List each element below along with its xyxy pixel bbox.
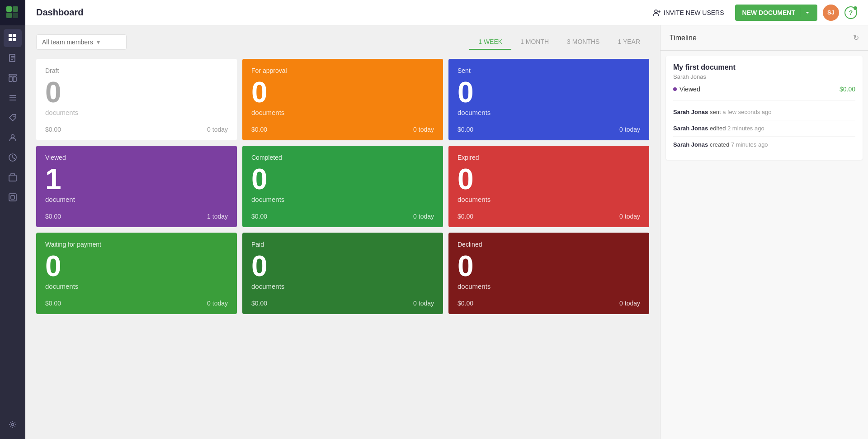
- timeline-status-row: Viewed $0.00: [673, 86, 855, 93]
- svg-rect-14: [13, 77, 16, 81]
- card-expired-unit: documents: [458, 196, 640, 203]
- avatar[interactable]: SJ: [823, 5, 839, 21]
- svg-rect-5: [13, 34, 16, 37]
- sidebar-item-documents[interactable]: [4, 49, 22, 67]
- card-paid-label: Paid: [251, 241, 434, 248]
- card-for-approval-today: 0 today: [413, 126, 434, 133]
- card-declined[interactable]: Declined 0 documents $0.00 0 today: [448, 233, 649, 314]
- card-draft-label: Draft: [45, 67, 228, 74]
- period-tab-1month[interactable]: 1 MONTH: [511, 34, 558, 50]
- svg-point-19: [11, 135, 14, 138]
- svg-rect-21: [9, 175, 16, 181]
- card-for-approval[interactable]: For approval 0 documents $0.00 0 today: [242, 59, 443, 140]
- svg-rect-2: [6, 13, 12, 18]
- card-expired-count: 0: [458, 165, 640, 194]
- card-draft-footer: $0.00 0 today: [45, 120, 228, 133]
- card-for-approval-amount: $0.00: [251, 126, 267, 133]
- team-members-select[interactable]: All team members ▾: [36, 34, 127, 50]
- card-completed-count: 0: [251, 165, 434, 194]
- card-expired[interactable]: Expired 0 documents $0.00 0 today: [448, 146, 649, 227]
- card-for-approval-footer: $0.00 0 today: [251, 120, 434, 133]
- sidebar-nav: [4, 25, 22, 410]
- card-expired-today: 0 today: [619, 213, 640, 220]
- card-declined-footer: $0.00 0 today: [458, 294, 640, 307]
- sidebar-item-integrations[interactable]: [4, 188, 22, 206]
- sidebar-item-analytics[interactable]: [4, 148, 22, 167]
- timeline-refresh-button[interactable]: ↻: [853, 33, 859, 42]
- card-expired-label: Expired: [458, 154, 640, 161]
- card-waiting-payment-footer: $0.00 0 today: [45, 294, 228, 307]
- svg-point-25: [655, 10, 657, 13]
- card-waiting-payment-unit: documents: [45, 282, 228, 290]
- timeline-event-time: a few seconds ago: [722, 109, 771, 115]
- card-completed-footer: $0.00 0 today: [251, 207, 434, 220]
- svg-rect-4: [9, 34, 12, 37]
- sidebar-item-content-library[interactable]: [4, 168, 22, 186]
- timeline-document-card[interactable]: My first document Sarah Jonas Viewed $0.…: [666, 56, 863, 160]
- svg-rect-23: [11, 196, 14, 199]
- timeline-event-time: 2 minutes ago: [727, 125, 764, 132]
- app-logo[interactable]: [0, 0, 25, 25]
- card-paid-count: 0: [251, 252, 434, 281]
- card-draft[interactable]: Draft 0 documents $0.00 0 today: [36, 59, 237, 140]
- period-tab-1year[interactable]: 1 YEAR: [609, 34, 649, 50]
- card-completed-today: 0 today: [413, 213, 434, 220]
- card-waiting-payment[interactable]: Waiting for payment 0 documents $0.00 0 …: [36, 233, 237, 314]
- sidebar-item-templates[interactable]: [4, 69, 22, 87]
- chevron-down-icon: ▾: [97, 38, 100, 46]
- period-tab-3months[interactable]: 3 MONTHS: [558, 34, 609, 50]
- timeline-event-0: Sarah Jonas sent a few seconds ago: [673, 104, 855, 120]
- timeline-doc-title: My first document: [673, 63, 855, 72]
- card-completed[interactable]: Completed 0 documents $0.00 0 today: [242, 146, 443, 227]
- timeline-divider: [673, 100, 855, 100]
- status-dot-icon: [673, 87, 677, 91]
- sidebar-item-tags[interactable]: [4, 109, 22, 127]
- card-sent[interactable]: Sent 0 documents $0.00 0 today: [448, 59, 649, 140]
- header-actions: INVITE NEW USERS NEW DOCUMENT SJ ?: [647, 5, 857, 21]
- card-declined-amount: $0.00: [458, 300, 473, 307]
- new-document-button[interactable]: NEW DOCUMENT: [735, 5, 817, 21]
- card-paid[interactable]: Paid 0 documents $0.00 0 today: [242, 233, 443, 314]
- sidebar-item-dashboard[interactable]: [4, 29, 22, 47]
- card-viewed-label: Viewed: [45, 154, 228, 161]
- timeline-event-1: Sarah Jonas edited 2 minutes ago: [673, 120, 855, 137]
- card-expired-amount: $0.00: [458, 213, 473, 220]
- card-sent-amount: $0.00: [458, 126, 473, 133]
- dashboard-main: All team members ▾ 1 WEEK 1 MONTH 3 MONT…: [25, 25, 660, 439]
- card-declined-count: 0: [458, 252, 640, 281]
- card-viewed-footer: $0.00 1 today: [45, 207, 228, 220]
- period-tabs: 1 WEEK 1 MONTH 3 MONTHS 1 YEAR: [469, 34, 649, 50]
- card-completed-amount: $0.00: [251, 213, 267, 220]
- sidebar-bottom: [4, 410, 22, 439]
- card-waiting-payment-today: 0 today: [207, 300, 228, 307]
- card-viewed-unit: document: [45, 196, 228, 203]
- help-button[interactable]: ?: [844, 6, 857, 19]
- card-waiting-payment-amount: $0.00: [45, 300, 61, 307]
- timeline-title: Timeline: [670, 34, 697, 42]
- sidebar-item-contacts[interactable]: [4, 129, 22, 147]
- timeline-panel: Timeline ↻ My first document Sarah Jonas…: [660, 25, 868, 439]
- card-paid-today: 0 today: [413, 300, 434, 307]
- card-declined-label: Declined: [458, 241, 640, 248]
- card-paid-unit: documents: [251, 282, 434, 290]
- svg-rect-3: [13, 13, 18, 18]
- invite-new-users-button[interactable]: INVITE NEW USERS: [647, 6, 730, 19]
- timeline-event-actor: Sarah Jonas: [673, 141, 708, 148]
- period-tab-1week[interactable]: 1 WEEK: [469, 34, 511, 50]
- card-for-approval-unit: documents: [251, 109, 434, 116]
- timeline-event-actor: Sarah Jonas: [673, 125, 708, 132]
- svg-point-24: [12, 424, 14, 426]
- timeline-event-2: Sarah Jonas created 7 minutes ago: [673, 137, 855, 153]
- card-viewed-amount: $0.00: [45, 213, 61, 220]
- timeline-header: Timeline ↻: [660, 25, 868, 51]
- invite-icon: [653, 9, 661, 17]
- card-for-approval-count: 0: [251, 78, 434, 107]
- card-completed-unit: documents: [251, 196, 434, 203]
- sidebar-item-catalog[interactable]: [4, 89, 22, 107]
- card-sent-count: 0: [458, 78, 640, 107]
- card-draft-count: 0: [45, 78, 228, 107]
- sidebar-item-settings[interactable]: [4, 415, 22, 434]
- card-viewed[interactable]: Viewed 1 document $0.00 1 today: [36, 146, 237, 227]
- timeline-event-action: created: [710, 141, 731, 148]
- timeline-doc-author: Sarah Jonas: [673, 73, 855, 80]
